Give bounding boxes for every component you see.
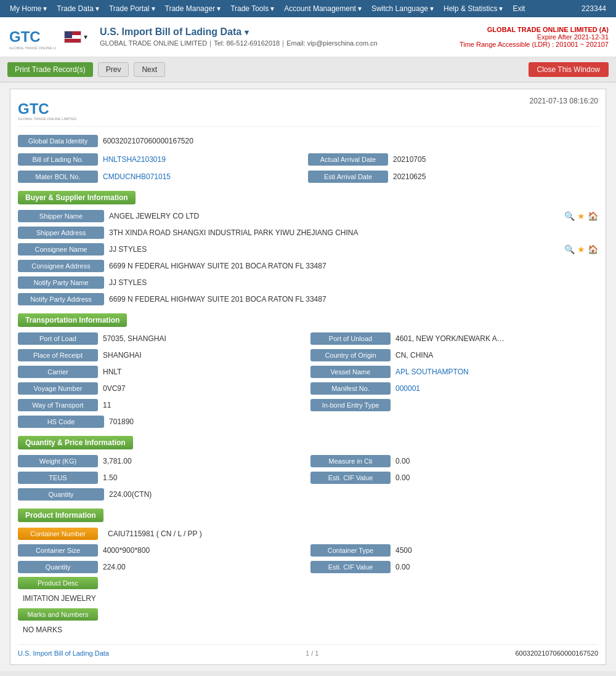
- record-footer-id: 60032021070600001675​20: [515, 650, 598, 657]
- marks-and-numbers-value: NO MARKS: [18, 623, 67, 637]
- product-section: Product Information Container Number CAI…: [18, 509, 598, 637]
- global-data-identity-label: Global Data Identity: [18, 135, 98, 147]
- actual-arrival-date-value: 20210705: [388, 153, 431, 166]
- nav-help-statistics[interactable]: Help & Statistics ▾: [439, 0, 508, 17]
- record-header: GTC GLOBAL TRADE ONLINE LIMITED 2021-07-…: [18, 97, 598, 127]
- shipper-address-label: Shipper Address: [18, 227, 104, 239]
- consignee-name-value: JJ STYLES: [104, 243, 559, 256]
- shipper-name-label: Shipper Name: [18, 210, 104, 222]
- consignee-star-icon[interactable]: ★: [577, 244, 585, 254]
- transportation-section: Transportation Information Port of Load …: [18, 313, 598, 429]
- time-range: Time Range Accessible (LDR) : 201001 ~ 2…: [460, 41, 609, 48]
- consignee-address-row: Consignee Address 6699 N FEDERAL HIGHWAY…: [18, 259, 598, 273]
- container-type-value: 4500: [391, 544, 598, 557]
- quantity-row-qp: Quantity 224.00(CTN): [18, 488, 598, 501]
- record-date: 2021-07-13 08:16:20: [530, 97, 598, 105]
- print-button-top[interactable]: Print Trade Record(s): [7, 62, 93, 77]
- company-logo: GTC GLOBAL TRADE ONLINE LIMITED: [7, 22, 57, 52]
- container-size-type-row: Container Size 4000*900*800 Container Ty…: [18, 544, 598, 557]
- way-of-transport-value: 11: [98, 398, 306, 412]
- product-esti-cif-value: 0.00: [391, 560, 598, 574]
- top-toolbar: Print Trade Record(s) Prev Next Close Th…: [0, 57, 616, 82]
- product-qty-cif-row: Quantity 224.00 Esti. CIF Value 0.00: [18, 560, 598, 574]
- quantity-price-section-header: Quantity & Price Information: [18, 436, 133, 449]
- shipper-address-row: Shipper Address 3TH XINDA ROAD SHANGXI I…: [18, 226, 598, 239]
- record-footer-page-info: 1 / 1: [306, 650, 318, 657]
- product-desc-button[interactable]: Product Desc: [18, 577, 98, 589]
- svg-text:GLOBAL TRADE ONLINE LIMITED: GLOBAL TRADE ONLINE LIMITED: [18, 117, 77, 121]
- container-type-label: Container Type: [310, 544, 391, 557]
- svg-text:GTC: GTC: [18, 100, 49, 117]
- close-button-top[interactable]: Close This Window: [529, 62, 609, 77]
- bol-arrival-row: Bill of Lading No. HNLTSHA2103019 Actual…: [18, 153, 598, 166]
- buyer-supplier-section-header: Buyer & Supplier Information: [18, 191, 136, 204]
- consignee-search-icon[interactable]: 🔍: [564, 244, 575, 254]
- page-title-area: U.S. Import Bill of Lading Data ▾ GLOBAL…: [95, 26, 460, 48]
- product-desc-row: Product Desc IMITATION JEWELRY: [18, 577, 598, 605]
- quantity-label-qp: Quantity: [18, 488, 104, 501]
- transport-bond-row: Way of Transport 11 In-bond Entry Type: [18, 398, 598, 412]
- country-of-origin-value: CN, CHINA: [391, 348, 598, 362]
- port-of-unload-value: 4601, NEW YORK/NEWARK AREA, NEW: [391, 332, 514, 345]
- voyage-number-label: Voyage Number: [18, 382, 98, 395]
- svg-text:GTC: GTC: [9, 28, 41, 45]
- nav-switch-language[interactable]: Switch Language ▾: [367, 0, 439, 17]
- container-number-button[interactable]: Container Number: [18, 528, 98, 540]
- container-number-value: CAIU7115981 ( CN / L / PP ): [103, 527, 598, 541]
- shipper-name-value: ANGEL JEWELRY CO LTD: [104, 209, 559, 223]
- notify-party-name-value: JJ STYLES: [104, 276, 598, 289]
- nav-trade-data[interactable]: Trade Data ▾: [52, 0, 104, 17]
- container-size-label: Container Size: [18, 544, 98, 557]
- hs-code-row: HS Code 701890: [18, 415, 598, 429]
- hs-code-label: HS Code: [18, 416, 104, 428]
- shipper-name-row: Shipper Name ANGEL JEWELRY CO LTD 🔍 ★ 🏠: [18, 209, 598, 223]
- marks-numbers-row: Marks and Numbers NO MARKS: [18, 608, 598, 637]
- nav-trade-portal[interactable]: Trade Portal ▾: [104, 0, 160, 17]
- place-of-receipt-value: SHANGHAI: [98, 348, 306, 362]
- prev-button-top[interactable]: Prev: [98, 62, 129, 77]
- shipper-home-icon[interactable]: 🏠: [588, 211, 598, 221]
- mater-bol-value: CMDUCNHB071015: [98, 170, 176, 183]
- carrier-value: HNLT: [98, 365, 306, 379]
- receipt-origin-row: Place of Receipt SHANGHAI Country of Ori…: [18, 348, 598, 362]
- nav-account-management[interactable]: Account Management ▾: [279, 0, 367, 17]
- esti-arrival-date-label: Esti Arrival Date: [308, 171, 388, 183]
- teus-value: 1.50: [98, 471, 306, 485]
- vessel-name-label: Vessel Name: [310, 366, 391, 378]
- next-button-top[interactable]: Next: [134, 62, 165, 77]
- in-bond-entry-type-value: [391, 403, 598, 408]
- main-content: GTC GLOBAL TRADE ONLINE LIMITED 2021-07-…: [0, 82, 616, 671]
- product-esti-cif-label: Esti. CIF Value: [310, 561, 391, 573]
- container-number-row: Container Number CAIU7115981 ( CN / L / …: [18, 527, 598, 541]
- shipper-search-icon[interactable]: 🔍: [564, 211, 575, 221]
- carrier-vessel-row: Carrier HNLT Vessel Name APL SOUTHAMPTON: [18, 365, 598, 379]
- nav-trade-manager[interactable]: Trade Manager ▾: [160, 0, 226, 17]
- marks-and-numbers-button[interactable]: Marks and Numbers: [18, 608, 98, 621]
- top-navigation: My Home ▾ Trade Data ▾ Trade Portal ▾ Tr…: [0, 0, 616, 17]
- bottom-toolbar: Print Trade Record(s) Prev Next Close Th…: [0, 671, 616, 676]
- consignee-icons: 🔍 ★ 🏠: [564, 244, 598, 254]
- quantity-value-qp: 224.00(CTN): [104, 488, 598, 501]
- product-section-header: Product Information: [18, 509, 103, 522]
- record-footer-link[interactable]: U.S. Import Bill of Lading Data: [18, 650, 109, 657]
- place-of-receipt-label: Place of Receipt: [18, 349, 98, 361]
- shipper-star-icon[interactable]: ★: [577, 211, 585, 221]
- record-logo: GTC GLOBAL TRADE ONLINE LIMITED: [18, 97, 79, 121]
- product-quantity-value: 224.00: [98, 560, 306, 574]
- port-of-load-value: 57035, SHANGHAI: [98, 332, 306, 345]
- weight-kg-value: 3,781.00: [98, 454, 306, 468]
- buyer-supplier-section: Buyer & Supplier Information Shipper Nam…: [18, 191, 598, 306]
- nav-my-home[interactable]: My Home ▾: [5, 0, 52, 17]
- record-footer: U.S. Import Bill of Lading Data 1 / 1 60…: [18, 644, 598, 657]
- manifest-no-label: Manifest No.: [310, 382, 391, 395]
- esti-cif-value-label-1: Esti. CIF Value: [310, 472, 391, 484]
- language-selector[interactable]: ▾: [57, 31, 95, 43]
- nav-trade-tools[interactable]: Trade Tools ▾: [225, 0, 279, 17]
- hs-code-value: 701890: [104, 415, 598, 429]
- way-of-transport-label: Way of Transport: [18, 399, 98, 411]
- in-bond-entry-type-label: In-bond Entry Type: [310, 399, 391, 411]
- nav-exit[interactable]: Exit: [508, 0, 530, 17]
- consignee-home-icon[interactable]: 🏠: [588, 244, 598, 254]
- global-data-identity-value: 60032021070600001675​20: [98, 134, 198, 148]
- company-name: GLOBAL TRADE ONLINE LIMITED (A): [460, 26, 609, 33]
